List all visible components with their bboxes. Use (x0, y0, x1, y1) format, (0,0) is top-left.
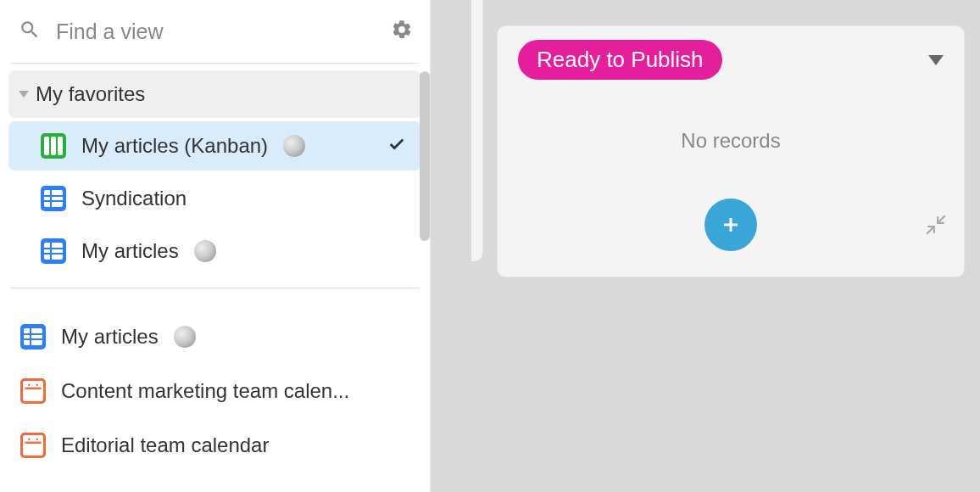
svg-line-20 (938, 215, 945, 223)
sidebar-item-syndication[interactable]: Syndication (8, 174, 421, 223)
view-label: My articles (81, 239, 179, 263)
column-header: Ready to Publish (518, 40, 944, 80)
svg-point-16 (28, 439, 30, 440)
grid-icon (41, 238, 66, 264)
chevron-down-icon[interactable] (928, 55, 944, 65)
scrollbar[interactable] (420, 71, 430, 241)
add-record-button[interactable] (704, 198, 757, 251)
favorites-label: My favorites (36, 82, 145, 106)
status-badge[interactable]: Ready to Publish (518, 40, 722, 80)
view-label: Content marketing team calen... (61, 379, 349, 403)
avatar (194, 240, 216, 262)
svg-rect-8 (24, 328, 42, 345)
kanban-icon (41, 133, 66, 159)
sidebar-item-editorial-calendar[interactable]: Editorial team calendar (8, 421, 421, 470)
kanban-board: Ready to Publish No records (431, 0, 980, 492)
view-label: Editorial team calendar (61, 433, 269, 457)
sidebar-item-content-marketing-calendar[interactable]: Content marketing team calen... (8, 366, 421, 416)
svg-point-13 (28, 384, 30, 386)
sidebar-item-my-articles[interactable]: My articles (8, 312, 421, 361)
gear-icon[interactable] (391, 19, 413, 44)
svg-point-14 (36, 384, 38, 386)
check-icon (387, 135, 406, 157)
grid-icon (20, 324, 46, 349)
divider (10, 63, 420, 64)
svg-line-21 (927, 226, 934, 234)
previous-column-edge (471, 0, 483, 261)
search-row (0, 0, 430, 63)
sidebar-item-my-articles-kanban[interactable]: My articles (Kanban) (8, 121, 421, 171)
favorites-section-header[interactable]: My favorites (8, 70, 421, 118)
grid-icon (41, 186, 66, 211)
chevron-down-icon (19, 91, 29, 98)
svg-rect-0 (44, 190, 63, 207)
kanban-column-ready-to-publish: Ready to Publish No records (497, 25, 965, 277)
views-sidebar: My favorites My articles (Kanban) Syndic… (0, 0, 431, 492)
avatar (174, 326, 196, 348)
view-label: Syndication (81, 187, 187, 210)
divider (10, 288, 420, 288)
search-icon (19, 19, 41, 44)
avatar (283, 135, 305, 157)
collapse-icon[interactable] (925, 214, 947, 239)
svg-rect-4 (44, 243, 63, 260)
empty-state-text: No records (518, 129, 944, 153)
view-label: My articles (Kanban) (81, 134, 268, 158)
view-label: My articles (61, 325, 159, 349)
calendar-icon (20, 433, 46, 458)
sidebar-item-my-articles-fav[interactable]: My articles (8, 226, 421, 276)
search-input[interactable] (56, 20, 376, 44)
column-footer (518, 198, 944, 251)
calendar-icon (20, 378, 46, 404)
svg-point-17 (36, 439, 38, 440)
